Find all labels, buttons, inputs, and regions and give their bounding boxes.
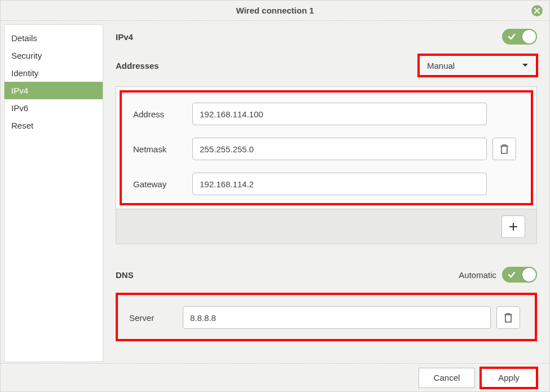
sidebar: Details Security Identity IPv4 IPv6 Rese… — [4, 24, 103, 362]
addresses-block: Address Netmask Gateway — [116, 86, 537, 244]
addresses-method-dropdown[interactable]: Manual — [419, 55, 537, 76]
netmask-row-label: Netmask — [133, 144, 187, 154]
ipv4-toggle[interactable] — [502, 29, 537, 45]
sidebar-item-ipv4[interactable]: IPv4 — [5, 82, 103, 99]
close-button[interactable] — [531, 5, 543, 16]
footer-bar: Cancel Apply — [1, 363, 549, 391]
address-input[interactable] — [192, 103, 487, 125]
ipv4-label: IPv4 — [116, 32, 133, 42]
cancel-button[interactable]: Cancel — [419, 368, 475, 388]
address-row-label: Address — [133, 109, 187, 119]
content-pane: IPv4 Addresses Manual — [103, 21, 549, 362]
sidebar-item-security[interactable]: Security — [5, 47, 103, 64]
dns-automatic-label: Automatic — [459, 270, 496, 280]
netmask-input[interactable] — [192, 138, 487, 160]
addresses-method-value: Manual — [427, 61, 455, 71]
ipv4-header-row: IPv4 — [116, 29, 537, 45]
trash-icon — [499, 143, 509, 155]
gateway-row-label: Gateway — [133, 179, 187, 189]
toggle-knob — [522, 268, 536, 281]
delete-address-button[interactable] — [492, 138, 516, 160]
window-title: Wired connection 1 — [236, 6, 314, 15]
sidebar-item-ipv6[interactable]: IPv6 — [5, 99, 103, 117]
add-address-button[interactable] — [501, 215, 525, 238]
plus-icon — [509, 222, 518, 231]
check-icon — [508, 33, 516, 41]
addresses-header-row: Addresses Manual — [116, 55, 537, 76]
sidebar-item-identity[interactable]: Identity — [5, 64, 103, 82]
dns-automatic-toggle[interactable] — [502, 267, 537, 283]
chevron-down-icon — [522, 63, 529, 68]
dns-server-input[interactable] — [183, 306, 491, 329]
delete-dns-button[interactable] — [496, 306, 520, 329]
dns-highlight: Server — [116, 293, 537, 341]
gateway-input[interactable] — [192, 173, 487, 195]
titlebar: Wired connection 1 — [1, 1, 549, 21]
dns-header-row: DNS Automatic — [116, 267, 537, 283]
close-icon — [534, 8, 540, 14]
addresses-label: Addresses — [116, 61, 159, 71]
apply-button[interactable]: Apply — [481, 368, 537, 388]
addresses-highlight: Address Netmask Gateway — [120, 90, 533, 205]
trash-icon — [503, 312, 513, 323]
address-form: Address Netmask Gateway — [122, 93, 531, 203]
add-address-bar — [116, 209, 536, 244]
dns-server-block: Server — [118, 296, 535, 339]
sidebar-item-reset[interactable]: Reset — [5, 117, 103, 134]
dns-server-row-label: Server — [129, 313, 177, 323]
toggle-knob — [522, 30, 536, 43]
check-icon — [508, 271, 516, 279]
dns-label: DNS — [116, 270, 134, 280]
sidebar-item-details[interactable]: Details — [5, 29, 103, 47]
window-body: Details Security Identity IPv4 IPv6 Rese… — [1, 21, 549, 362]
dns-automatic-group: Automatic — [459, 267, 537, 283]
settings-window: Wired connection 1 Details Security Iden… — [0, 0, 550, 392]
